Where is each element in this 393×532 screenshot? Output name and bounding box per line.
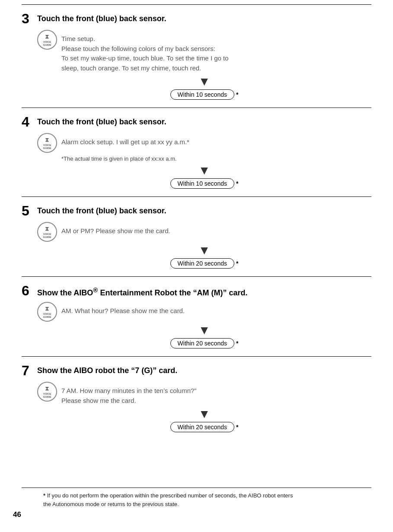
footnote-section: * If you do not perform the operation wi… [22,488,371,508]
step-7-body: ⧗ VoiceGuide 7 AM. How many minutes in t… [22,381,371,432]
step-4-timing-row: Within 10 seconds * [37,178,371,189]
step-5-voice-text: AM or PM? Please show me the card. [61,221,371,236]
voice-guide-icon-5: ⧗ VoiceGuide [37,222,57,242]
step-block-5: 5 Touch the front (blue) back sensor. ⧗ … [22,196,371,276]
step-4-number: 4 [22,115,34,129]
step-7-title: Show the AIBO robot the “7 (G)” card. [37,364,177,375]
timing-badge-5: Within 20 seconds [170,258,234,269]
timing-badge-6: Within 20 seconds [170,338,234,348]
timing-badge-4: Within 10 seconds [170,178,234,189]
timing-asterisk-4: * [236,180,238,187]
down-arrow-icon-7: ▼ [198,408,211,420]
voice-guide-icon-7: ⧗ VoiceGuide [37,382,57,402]
step-3-arrow: ▼ [37,76,371,88]
step-5-header: 5 Touch the front (blue) back sensor. [22,204,371,218]
voice-guide-icon-6: ⧗ VoiceGuide [37,302,57,322]
step-4-title: Touch the front (blue) back sensor. [37,115,166,127]
timing-badge-3: Within 10 seconds [170,89,234,100]
step-block-3: 3 Touch the front (blue) back sensor. ⧗ … [22,4,371,108]
step-7-voice-text: 7 AM. How many minutes in the ten’s colu… [61,381,371,405]
step-7-voice-row: ⧗ VoiceGuide 7 AM. How many minutes in t… [37,381,371,405]
page: 3 Touch the front (blue) back sensor. ⧗ … [0,0,393,532]
step-block-6: 6 Show the AIBO® Entertainment Robot the… [22,276,371,356]
down-arrow-icon-4: ▼ [198,165,211,177]
wave-icon-3: ⧗ [45,33,49,40]
step-5-voice-row: ⧗ VoiceGuide AM or PM? Please show me th… [37,221,371,242]
timing-badge-7: Within 20 seconds [170,422,234,432]
step-3-number: 3 [22,12,34,25]
step-5-timing-row: Within 20 seconds * [37,258,371,269]
step-4-header: 4 Touch the front (blue) back sensor. [22,115,371,129]
step-4-voice-text: Alarm clock setup. I will get up at xx y… [61,132,371,147]
step-6-arrow: ▼ [37,324,371,336]
wave-icon-7: ⧗ [45,385,49,392]
step-6-voice-text: AM. What hour? Please show me the card. [61,301,371,316]
footnote-body: If you do not perform the operation with… [43,492,293,507]
step-6-voice-row: ⧗ VoiceGuide AM. What hour? Please show … [37,301,371,322]
step-4-body: ⧗ VoiceGuide Alarm clock setup. I will g… [22,132,371,189]
step-4-voice-row: ⧗ VoiceGuide Alarm clock setup. I will g… [37,132,371,153]
wave-icon-5: ⧗ [45,225,49,232]
timing-asterisk-3: * [236,91,238,98]
wave-icon-6: ⧗ [45,305,49,312]
down-arrow-icon-5: ▼ [198,244,211,256]
step-3-voice-row: ⧗ VoiceGuide Time setup. Please touch th… [37,29,371,73]
voice-guide-icon-3: ⧗ VoiceGuide [37,30,57,50]
step-6-timing-row: Within 20 seconds * [37,338,371,348]
step-3-voice-text: Time setup. Please touch the following c… [61,29,371,73]
step-3-header: 3 Touch the front (blue) back sensor. [22,12,371,25]
step-3-body: ⧗ VoiceGuide Time setup. Please touch th… [22,29,371,100]
page-number: 46 [13,510,21,519]
step-block-4: 4 Touch the front (blue) back sensor. ⧗ … [22,108,371,196]
step-5-number: 5 [22,204,34,218]
step-6-title: Show the AIBO® Entertainment Robot the “… [37,284,247,298]
down-arrow-icon-6: ▼ [198,324,211,336]
step-7-timing-row: Within 20 seconds * [37,422,371,432]
footnote-asterisk: * [43,492,45,499]
voice-guide-icon-4: ⧗ VoiceGuide [37,133,57,153]
step-5-body: ⧗ VoiceGuide AM or PM? Please show me th… [22,221,371,269]
wave-icon-4: ⧗ [45,136,49,143]
step-7-header: 7 Show the AIBO robot the “7 (G)” card. [22,364,371,377]
content-area: 3 Touch the front (blue) back sensor. ⧗ … [0,0,393,475]
step-6-header: 6 Show the AIBO® Entertainment Robot the… [22,284,371,298]
timing-asterisk-5: * [236,260,238,267]
footnote-text: * If you do not perform the operation wi… [43,491,350,508]
step-7-number: 7 [22,364,34,377]
timing-asterisk-6: * [236,340,238,347]
step-6-number: 6 [22,284,34,298]
step-3-title: Touch the front (blue) back sensor. [37,12,166,23]
step-5-arrow: ▼ [37,244,371,256]
timing-asterisk-7: * [236,424,238,431]
step-6-body: ⧗ VoiceGuide AM. What hour? Please show … [22,301,371,348]
step-4-note: *The actual time is given in place of xx… [61,155,371,162]
step-3-timing-row: Within 10 seconds * [37,89,371,100]
step-7-arrow: ▼ [37,408,371,420]
step-block-7: 7 Show the AIBO robot the “7 (G)” card. … [22,356,371,440]
step-5-title: Touch the front (blue) back sensor. [37,204,166,215]
step-4-arrow: ▼ [37,165,371,177]
down-arrow-icon-3: ▼ [198,76,211,88]
